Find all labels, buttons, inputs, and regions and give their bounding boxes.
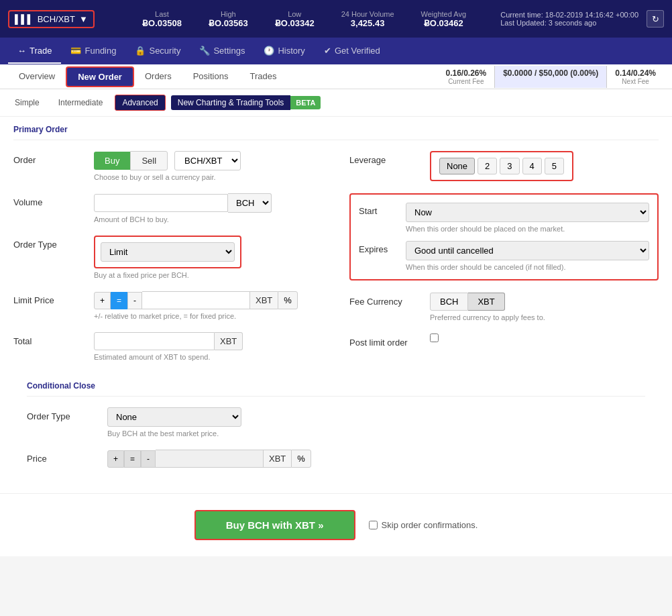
volume-unit-dropdown[interactable]: BCH — [228, 193, 272, 213]
leverage-row: Leverage None 2 3 4 5 — [349, 151, 659, 181]
leverage-wrapper: None 2 3 4 5 — [430, 151, 573, 181]
leverage-label: Leverage — [349, 151, 430, 165]
limit-price-group: + = - XBT % — [94, 291, 323, 309]
leverage-5[interactable]: 5 — [545, 158, 564, 174]
cond-close-two-col: Order Type None Limit Market Buy BCH at … — [27, 407, 645, 480]
history-icon: 🕐 — [264, 46, 274, 56]
start-select[interactable]: Now — [406, 203, 649, 222]
minus-button[interactable]: - — [127, 292, 142, 309]
tab-trades[interactable]: Trades — [239, 64, 287, 89]
funding-icon: 💳 — [70, 46, 81, 56]
volume-row: Volume BCH Amount of BCH to buy. — [13, 193, 323, 223]
fee-middle-block: $0.0000 / $50,000 (0.00%) — [494, 66, 607, 88]
last-updated-label: Last Updated: — [500, 19, 547, 27]
start-expires-field: Start Now When this order should be plac… — [349, 193, 659, 280]
cond-order-type-hint: Buy BCH at the best market price. — [107, 429, 323, 438]
limit-price-input[interactable] — [142, 291, 249, 309]
sell-button[interactable]: Sell — [130, 151, 168, 170]
cond-price-label: Price — [27, 450, 107, 464]
nav-trade[interactable]: ↔ Trade — [8, 39, 61, 64]
start-field: Now When this order should be placed on … — [406, 203, 649, 233]
nav-get-verified[interactable]: ✔ Get Verified — [315, 39, 390, 64]
nav-settings[interactable]: 🔧 Settings — [190, 39, 254, 64]
cond-price-input[interactable] — [156, 450, 263, 468]
main-content: Overview New Order Orders Positions Trad… — [0, 64, 672, 556]
subtab-advanced[interactable]: Advanced — [115, 95, 165, 111]
conditional-close-section: Conditional Close Order Type None Limit … — [13, 373, 659, 480]
limit-price-unit: XBT — [249, 291, 278, 309]
plus-button[interactable]: + — [94, 292, 111, 309]
skip-confirm-checkbox[interactable] — [369, 521, 378, 529]
fee-xbt-button[interactable]: XBT — [468, 293, 504, 311]
volume-input[interactable] — [94, 194, 228, 212]
charting-label: New Charting & Trading Tools — [171, 95, 291, 110]
next-fee-block: 0.14/0.24% Next Fee — [607, 66, 664, 88]
order-field: Buy Sell BCH/XBT Choose to buy or sell a… — [94, 151, 323, 181]
cond-percent-button[interactable]: % — [291, 450, 311, 468]
stat-high-value: ɃO.03563 — [209, 18, 248, 28]
tab-overview[interactable]: Overview — [8, 64, 66, 89]
cond-price-field: + = - XBT % — [107, 450, 323, 468]
leverage-2[interactable]: 2 — [478, 158, 497, 174]
current-fee-label: Current Fee — [445, 78, 486, 85]
skip-confirm-label: Skip order confirmations. — [382, 520, 478, 530]
subtab-intermediate[interactable]: Intermediate — [52, 95, 110, 110]
current-fee-block: 0.16/0.26% Current Fee — [437, 66, 494, 88]
cond-order-type-select[interactable]: None Limit Market — [107, 407, 241, 427]
trade-icon: ↔ — [17, 46, 26, 56]
primary-order-header: Primary Order — [13, 117, 659, 140]
fee-info: 0.16/0.26% Current Fee $0.0000 / $50,000… — [437, 66, 664, 88]
leverage-field: None 2 3 4 5 — [430, 151, 659, 181]
limit-price-row: Limit Price + = - XBT % +/- relative to … — [13, 291, 323, 320]
post-limit-field — [430, 333, 659, 342]
next-fee-label: Next Fee — [615, 78, 656, 85]
bars-icon: ▌▌▌ — [15, 14, 34, 24]
nav-history[interactable]: 🕐 History — [254, 39, 314, 64]
cond-price-group: + = - XBT % — [107, 450, 323, 468]
cond-minus-button[interactable]: - — [141, 450, 156, 468]
nav-security[interactable]: 🔒 Security — [125, 39, 190, 64]
leverage-none[interactable]: None — [439, 158, 475, 174]
total-field: XBT Estimated amount of XBT to spend. — [94, 332, 323, 361]
symbol-selector[interactable]: ▌▌▌ BCH/XBT ▼ — [8, 10, 95, 28]
volume-group: BCH — [94, 193, 323, 213]
submit-button[interactable]: Buy BCH with XBT » — [194, 510, 355, 540]
expires-select[interactable]: Good until cancelled — [406, 241, 649, 260]
leverage-4[interactable]: 4 — [522, 158, 542, 174]
tab-new-order[interactable]: New Order — [66, 66, 134, 87]
stat-volume-label: 24 Hour Volume — [341, 10, 394, 18]
post-limit-checkbox[interactable] — [430, 333, 439, 342]
expires-field: Good until cancelled When this order sho… — [406, 241, 649, 271]
pair-dropdown[interactable]: BCH/XBT — [174, 151, 241, 170]
stat-volume-value: 3,425.43 — [341, 18, 394, 28]
equals-button[interactable]: = — [111, 292, 127, 309]
fee-bch-button[interactable]: BCH — [430, 293, 468, 311]
cond-equals-button[interactable]: = — [124, 450, 141, 468]
charting-tools-btn[interactable]: New Charting & Trading Tools BETA — [171, 95, 321, 110]
total-input[interactable] — [94, 332, 215, 350]
beta-badge: BETA — [290, 96, 321, 109]
subtab-simple[interactable]: Simple — [8, 95, 46, 110]
start-label: Start — [359, 203, 406, 216]
total-unit: XBT — [215, 332, 243, 350]
post-limit-checkbox-row — [430, 333, 659, 342]
volume-label: Volume — [13, 193, 94, 207]
volume-field: BCH Amount of BCH to buy. — [94, 193, 323, 223]
start-expires-row: Start Now When this order should be plac… — [349, 193, 659, 280]
start-row: Start Now When this order should be plac… — [359, 203, 649, 233]
order-row: Order Buy Sell BCH/XBT Choose to buy or … — [13, 151, 323, 181]
refresh-button[interactable]: ↻ — [647, 10, 664, 28]
stat-wavg: Weighted Avg ɃO.03462 — [421, 10, 466, 28]
cond-plus-button[interactable]: + — [107, 450, 124, 468]
tab-positions[interactable]: Positions — [182, 64, 239, 89]
percent-button[interactable]: % — [278, 291, 298, 309]
time-info: Current time: 18-02-2019 14:16:42 +00:00… — [500, 10, 664, 28]
buy-button[interactable]: Buy — [94, 152, 130, 170]
order-type-hint: Buy at a fixed price per BCH. — [94, 271, 323, 279]
symbol-label: BCH/XBT — [38, 14, 75, 24]
total-row: Total XBT Estimated amount of XBT to spe… — [13, 332, 323, 361]
tab-orders[interactable]: Orders — [134, 64, 182, 89]
order-type-select[interactable]: Limit Market Stop — [101, 242, 235, 262]
leverage-3[interactable]: 3 — [500, 158, 519, 174]
nav-funding[interactable]: 💳 Funding — [61, 39, 125, 64]
